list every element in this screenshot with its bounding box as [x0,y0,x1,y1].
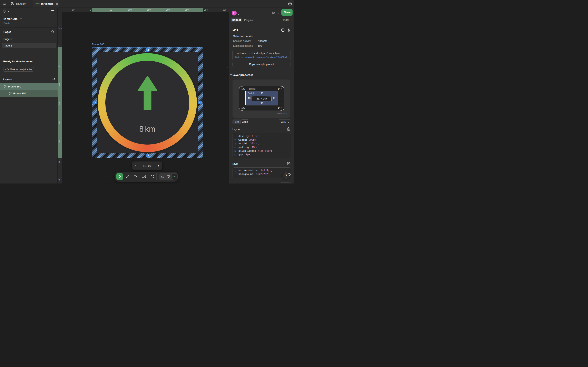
plus-icon [61,2,64,5]
divider [0,75,58,75]
content-size: 267 × 267 [257,98,267,100]
close-icon[interactable] [56,3,58,5]
mcp-header[interactable]: MCP [233,29,238,32]
horizontal-scrollbar-thumb[interactable] [103,182,109,183]
tab-in-vehicle[interactable]: </> in-vehicle [33,0,59,8]
layer-label: Frame 360 [8,85,21,88]
page-label: Page 2 [4,44,12,47]
collapse-layers-button[interactable] [52,77,55,81]
main-menu[interactable] [3,9,9,13]
annotation-tool-button[interactable] [141,173,147,180]
comment-tool-button[interactable] [149,173,156,180]
avatar[interactable]: F [232,11,237,16]
language-dropdown[interactable]: CSS [278,119,291,124]
mark-ready-for-dev-button[interactable]: </> Mark as ready for dev [3,67,34,72]
partial-panel-box [279,183,291,184]
cursor-icon [118,175,121,178]
ruler-label: 350 [223,8,226,11]
ruler-label: 250 [185,8,189,11]
selected-frame[interactable]: 8 km 13 13 13 13 [92,47,203,158]
prompt-link[interactable]: @https://www.figma.com/design/I3Y8BDhf… [235,56,289,58]
code-line: width: 293px; [238,139,258,142]
chevron-down-icon[interactable] [230,74,232,76]
file-location[interactable]: Drafts [3,22,10,25]
tab-inspect[interactable]: Inspect [231,17,242,23]
color-swatch[interactable] [256,173,259,175]
horizontal-ruler[interactable]: -50 0 50 100 150 200 250 293 350 [58,8,229,12]
code-line: display: flex; [238,135,259,138]
layer-row-frame-359[interactable]: Frame 359 [0,90,58,97]
example-prompt-box: Implement this design from Figma. @https… [232,50,291,60]
divider [229,24,294,24]
code-line: background: #2D2C2F; [238,173,271,176]
zoom-menu[interactable]: 186% [283,19,292,22]
frame-icon [9,92,11,95]
sidebar-item-page-2[interactable]: Page 2 [2,43,56,48]
home-button[interactable] [0,0,8,8]
layer-row-frame-360[interactable]: Frame 360 [0,83,58,90]
ruler-tick [73,11,73,12]
ruler-tick [225,11,225,12]
layer-properties-header[interactable]: Layer properties [233,73,253,76]
toggle-code[interactable]: Code [241,119,249,124]
file-title-row[interactable]: in-vehicle [3,17,22,21]
canvas-frame-name[interactable]: Frame 360 [92,43,104,46]
code-line: height: 293px; [238,142,259,145]
ruler-label: 100 [128,8,132,11]
copy-layout-button[interactable] [287,127,290,132]
help-button[interactable]: ? [283,172,289,179]
ruler-label: 293 [204,8,208,11]
present-button[interactable] [272,11,276,16]
sliders-icon [288,28,291,32]
share-button[interactable]: Share [281,9,293,16]
mcp-help-button[interactable]: ? [281,28,285,33]
eyedropper-tool-button[interactable] [124,173,131,180]
scribble-icon [161,175,164,178]
dev-mode-icon: </> [35,3,40,5]
vertical-ruler[interactable]: -50 0 50 100 150 200 250 293 350 [58,8,62,184]
ruler-tick [187,11,187,12]
language-value: CSS [281,120,286,123]
chevron-down-icon[interactable] [230,29,232,31]
ruler-tick [130,11,130,12]
move-tool-button[interactable] [116,173,123,180]
vertical-scrollbar-thumb[interactable] [227,62,228,67]
measure-tool-button[interactable] [132,173,139,180]
figma-app: Random </> in-vehicle [0,0,294,184]
session-activity-label: Session activity [233,40,251,42]
prev-page-button[interactable] [132,161,140,170]
code-icon: </> [5,68,9,71]
copy-example-prompt-button[interactable]: Copy example prompt [232,62,291,67]
annotation-icon [142,175,146,178]
ruler-label: 150 [58,102,61,106]
ruler-tick [61,180,62,180]
sidebar-item-page-1[interactable]: Page 1 [3,38,12,41]
padding-label: Padding [248,92,256,94]
share-label: Share [283,11,291,14]
window-layout-button[interactable] [287,1,293,7]
toggle-sidebar-button[interactable] [51,10,54,14]
canvas-area[interactable]: Frame 360 8 km 13 13 13 13 [58,8,229,184]
line-number: 2 [233,139,236,141]
chevron-down-icon[interactable] [237,13,239,15]
prompt-text: Implement this design from Figma. [235,52,282,55]
measure-select-button[interactable] [165,173,172,180]
chevron-down-icon[interactable] [278,12,280,14]
search-pages-button[interactable] [51,30,54,34]
next-page-button[interactable] [154,161,162,170]
canvas-toolbar: </> [115,172,178,182]
zoom-level: 186% [283,19,289,22]
tab-random[interactable]: Random [8,0,33,8]
figma-logo-icon [3,9,6,13]
copy-style-button[interactable] [287,162,290,166]
new-tab-button[interactable] [59,0,67,8]
chevron-down-icon [8,10,9,12]
frame-icon [4,85,6,88]
ruler-label: 50 [58,65,61,67]
mcp-settings-button[interactable] [288,28,291,33]
draw-annotation-button[interactable] [159,173,165,180]
search-icon [51,30,54,33]
code-mode-button[interactable]: </> [172,173,177,180]
toggle-list[interactable]: List [235,120,239,123]
tab-plugins[interactable]: Plugins [244,18,253,22]
